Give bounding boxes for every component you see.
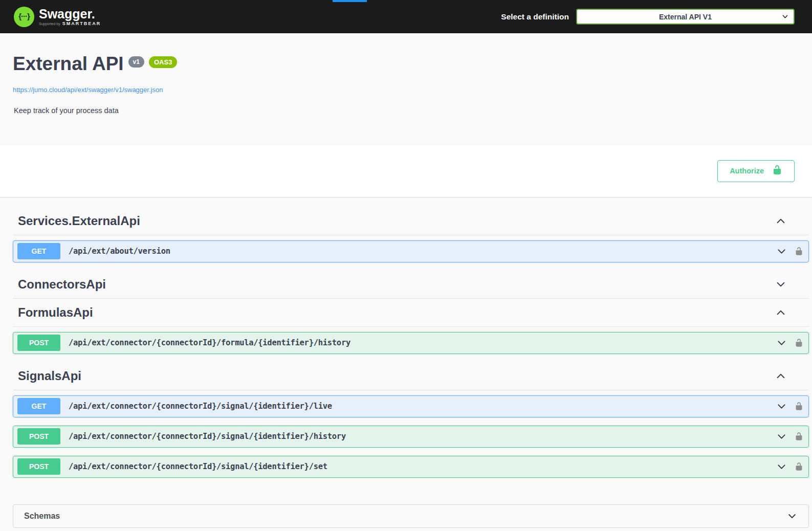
api-section: ConnectorsApi — [13, 271, 809, 299]
auth-lock-icon[interactable] — [795, 246, 803, 256]
expand-chevron-down-icon — [776, 461, 787, 472]
expand-chevron-down-icon — [776, 401, 787, 412]
section-header[interactable]: FormulasApi — [13, 299, 809, 327]
swagger-logo-icon: {···} — [14, 7, 34, 27]
sections: Services.ExternalApi GET /api/ext/about/… — [13, 207, 809, 478]
select-chevron-down-icon — [781, 13, 789, 20]
operation-row[interactable]: POST /api/ext/connector/{connectorId}/fo… — [13, 332, 809, 354]
api-section: SignalsApi GET /api/ext/connector/{conne… — [13, 362, 809, 478]
section-operations: GET /api/ext/connector/{connectorId}/sig… — [13, 395, 809, 478]
expand-chevron-down-icon — [776, 431, 787, 442]
schemas-section[interactable]: Schemas — [13, 504, 809, 528]
auth-lock-icon[interactable] — [795, 431, 803, 441]
section-header[interactable]: SignalsApi — [13, 362, 809, 390]
section-chevron-icon — [775, 279, 786, 290]
operation-path: /api/ext/about/version — [69, 247, 776, 256]
section-header[interactable]: ConnectorsApi — [13, 271, 809, 299]
unlock-icon — [772, 165, 782, 178]
operation-row[interactable]: POST /api/ext/connector/{connectorId}/si… — [13, 426, 809, 448]
auth-lock-icon[interactable] — [795, 461, 803, 472]
select-definition-label: Select a definition — [501, 12, 569, 21]
operation-path: /api/ext/connector/{connectorId}/signal/… — [69, 432, 776, 441]
expand-chevron-down-icon — [776, 246, 787, 257]
version-badge: v1 — [128, 56, 144, 68]
schemas-title: Schemas — [24, 512, 60, 521]
oas3-badge: OAS3 — [149, 56, 177, 68]
definition-select-value: External API V1 — [659, 13, 712, 21]
section-title: FormulasApi — [18, 305, 93, 320]
definition-select[interactable]: External API V1 — [576, 9, 795, 25]
section-title: Services.ExternalApi — [18, 214, 140, 228]
operation-path: /api/ext/connector/{connectorId}/formula… — [69, 338, 776, 347]
section-header[interactable]: Services.ExternalApi — [13, 207, 809, 235]
page-title: External API — [13, 53, 124, 75]
auth-lock-icon[interactable] — [795, 338, 803, 348]
auth-lock-icon[interactable] — [795, 401, 803, 411]
operation-row[interactable]: POST /api/ext/connector/{connectorId}/si… — [13, 456, 809, 478]
operation-path: /api/ext/connector/{connectorId}/signal/… — [69, 462, 776, 471]
info-section: External API v1 OAS3 https://jumo.cloud/… — [0, 33, 812, 145]
expand-chevron-down-icon — [776, 338, 787, 348]
operation-path: /api/ext/connector/{connectorId}/signal/… — [69, 402, 776, 411]
http-method-badge: POST — [17, 335, 60, 351]
spec-url-link[interactable]: https://jumo.cloud/api/ext/swagger/v1/sw… — [13, 86, 163, 94]
section-chevron-icon — [775, 370, 786, 382]
supported-by-label: Supported by — [39, 22, 60, 26]
operation-row[interactable]: GET /api/ext/connector/{connectorId}/sig… — [13, 395, 809, 417]
section-operations: POST /api/ext/connector/{connectorId}/fo… — [13, 332, 809, 354]
top-loading-indicator — [333, 0, 367, 2]
section-title: ConnectorsApi — [18, 277, 106, 292]
smartbear-wordmark: SMARTBEAR — [62, 21, 101, 26]
api-section: Services.ExternalApi GET /api/ext/about/… — [13, 207, 809, 262]
section-operations: GET /api/ext/about/version — [13, 240, 809, 262]
authorize-label: Authorize — [730, 166, 764, 176]
api-section: FormulasApi POST /api/ext/connector/{con… — [13, 299, 809, 354]
http-method-badge: GET — [17, 398, 60, 414]
scheme-container: Authorize — [0, 145, 812, 197]
section-chevron-icon — [775, 307, 786, 318]
http-method-badge: POST — [17, 458, 60, 475]
http-method-badge: POST — [17, 428, 60, 445]
section-title: SignalsApi — [18, 369, 81, 383]
http-method-badge: GET — [17, 243, 60, 259]
section-chevron-icon — [775, 215, 786, 227]
api-description: Keep track of your process data — [14, 106, 799, 115]
operation-row[interactable]: GET /api/ext/about/version — [13, 240, 809, 262]
schemas-chevron-down-icon — [787, 511, 797, 521]
topbar: {···} Swagger. Supported by SMARTBEAR Se… — [0, 0, 812, 33]
swagger-wordmark: Swagger. — [39, 7, 101, 20]
operations-container: Services.ExternalApi GET /api/ext/about/… — [0, 197, 812, 528]
swagger-logo[interactable]: {···} Swagger. Supported by SMARTBEAR — [14, 7, 101, 27]
authorize-button[interactable]: Authorize — [717, 160, 795, 182]
